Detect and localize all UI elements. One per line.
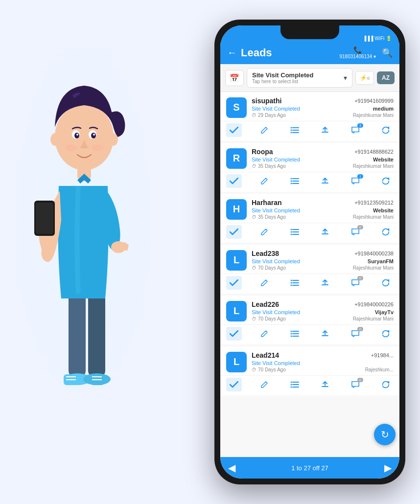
message-count-badge: 1 bbox=[357, 174, 363, 179]
lead-card: L Lead214 +91984... Site Visit Completed… bbox=[220, 346, 399, 395]
lead-phone[interactable]: +919148888622 bbox=[354, 149, 394, 155]
svg-point-63 bbox=[291, 384, 292, 386]
dropdown-arrow-icon: ▾ bbox=[344, 74, 347, 82]
share-button[interactable] bbox=[317, 378, 333, 391]
svg-rect-13 bbox=[36, 203, 53, 234]
refresh-button[interactable] bbox=[378, 123, 394, 137]
edit-button[interactable] bbox=[257, 276, 272, 290]
prev-page-button[interactable]: ◀ bbox=[228, 462, 235, 474]
svg-rect-2 bbox=[88, 289, 105, 377]
lead-assignee: Rajeshkumar Mani bbox=[353, 163, 394, 169]
lead-time: ⏱35 Days Ago bbox=[252, 214, 286, 220]
lead-name[interactable]: Lead238 bbox=[252, 250, 279, 257]
message-button[interactable]: 3 bbox=[348, 123, 363, 137]
share-button[interactable] bbox=[317, 225, 333, 239]
message-button[interactable]: 0 bbox=[348, 276, 363, 290]
check-button[interactable] bbox=[226, 225, 242, 239]
lead-card: R Roopa +919148888622 Site Visit Complet… bbox=[220, 143, 399, 192]
message-button[interactable]: 1 bbox=[348, 174, 363, 188]
lead-info-row: R Roopa +919148888622 Site Visit Complet… bbox=[220, 143, 399, 172]
list-button[interactable] bbox=[287, 174, 303, 188]
list-button[interactable] bbox=[287, 378, 303, 391]
lead-name[interactable]: Roopa bbox=[252, 148, 273, 156]
lead-phone[interactable]: +919941609999 bbox=[354, 98, 394, 104]
lead-source: Website bbox=[373, 207, 394, 213]
lead-name[interactable]: sisupathi bbox=[252, 97, 281, 105]
next-page-button[interactable]: ▶ bbox=[384, 462, 392, 474]
share-button[interactable] bbox=[317, 123, 333, 137]
svg-point-38 bbox=[291, 178, 292, 180]
filter-bar: 📅 Site Visit Completed Tap here to selec… bbox=[220, 64, 399, 92]
filter-button[interactable]: ⚡0 bbox=[355, 71, 374, 85]
calendar-button[interactable]: 📅 bbox=[225, 70, 244, 86]
lead-source: medium bbox=[373, 106, 394, 112]
list-button[interactable] bbox=[287, 225, 303, 239]
phone-call-icon[interactable]: 📞 bbox=[339, 46, 376, 54]
search-icon[interactable]: 🔍 bbox=[382, 47, 393, 58]
lead-source: Website bbox=[373, 157, 394, 162]
lead-info-row: H Harharan +919123509212 Site Visit Comp… bbox=[220, 194, 399, 223]
lead-assignee: Rajeshkumar Mani bbox=[353, 265, 394, 271]
lead-phone[interactable]: +91984... bbox=[371, 352, 394, 358]
lead-details: Roopa +919148888622 Site Visit Completed… bbox=[252, 148, 394, 169]
check-button[interactable] bbox=[226, 327, 242, 341]
svg-point-64 bbox=[291, 387, 292, 388]
phone-device: ▐▐▐ WiFi 🔋 ← Leads 📞 918031406134 ▾ 🔍 bbox=[214, 20, 405, 484]
check-button[interactable] bbox=[226, 276, 242, 290]
lead-phone[interactable]: +919123509212 bbox=[354, 200, 394, 206]
refresh-button[interactable] bbox=[378, 327, 394, 341]
lead-phone[interactable]: +919840000238 bbox=[354, 251, 394, 256]
message-button[interactable]: 0 bbox=[348, 225, 363, 239]
lead-assignee: Rajeshkumar Mani bbox=[353, 316, 394, 321]
message-count-badge: 0 bbox=[357, 327, 363, 331]
refresh-button[interactable] bbox=[378, 174, 394, 188]
svg-rect-1 bbox=[69, 289, 86, 377]
phone-notch bbox=[280, 25, 339, 39]
phone-number-display: 918031406134 ▾ bbox=[339, 54, 376, 59]
lead-actions-row: 3 bbox=[220, 121, 399, 141]
svg-point-50 bbox=[291, 280, 292, 281]
edit-button[interactable] bbox=[257, 327, 272, 341]
share-button[interactable] bbox=[317, 174, 333, 188]
check-button[interactable] bbox=[226, 123, 242, 137]
lead-info-row: L Lead226 +919840000226 Site Visit Compl… bbox=[220, 296, 399, 324]
lead-details: Harharan +919123509212 Site Visit Comple… bbox=[252, 199, 394, 220]
refresh-button[interactable] bbox=[378, 225, 394, 239]
lead-status: Site Visit Completed bbox=[252, 157, 300, 162]
svg-point-39 bbox=[291, 181, 292, 182]
clock-icon: ⏱ bbox=[252, 163, 257, 169]
svg-point-20 bbox=[76, 134, 78, 136]
list-dropdown-subtitle: Tap here to select list bbox=[252, 79, 313, 84]
check-button[interactable] bbox=[226, 378, 242, 391]
lead-time: ⏱70 Days Ago bbox=[252, 265, 286, 271]
svg-point-32 bbox=[291, 127, 292, 129]
edit-button[interactable] bbox=[257, 225, 272, 239]
list-button[interactable] bbox=[287, 123, 303, 137]
svg-point-21 bbox=[93, 134, 95, 136]
edit-button[interactable] bbox=[257, 378, 272, 391]
check-button[interactable] bbox=[226, 174, 242, 188]
message-button[interactable]: 0 bbox=[348, 378, 363, 391]
list-button[interactable] bbox=[287, 327, 303, 341]
edit-button[interactable] bbox=[257, 174, 272, 188]
lead-name[interactable]: Harharan bbox=[252, 199, 281, 206]
share-button[interactable] bbox=[317, 276, 333, 290]
message-count-badge: 3 bbox=[357, 123, 363, 128]
lead-phone[interactable]: +919840000226 bbox=[354, 301, 394, 307]
lead-avatar: L bbox=[226, 301, 247, 321]
lead-name[interactable]: Lead214 bbox=[252, 351, 279, 359]
share-button[interactable] bbox=[317, 327, 333, 341]
sort-az-button[interactable]: AZ bbox=[377, 71, 395, 84]
lead-avatar: H bbox=[226, 199, 247, 220]
list-dropdown[interactable]: Site Visit Completed Tap here to select … bbox=[247, 68, 352, 88]
svg-point-18 bbox=[74, 133, 79, 138]
back-button[interactable]: ← bbox=[227, 47, 237, 58]
refresh-button[interactable] bbox=[378, 276, 394, 290]
refresh-button[interactable] bbox=[378, 378, 394, 391]
edit-button[interactable] bbox=[257, 123, 272, 137]
lead-name[interactable]: Lead226 bbox=[252, 300, 279, 308]
lead-card: S sisupathi +919941609999 Site Visit Com… bbox=[220, 92, 399, 141]
list-button[interactable] bbox=[287, 276, 303, 290]
message-button[interactable]: 0 bbox=[348, 327, 363, 341]
refresh-fab[interactable]: ↻ bbox=[374, 424, 396, 445]
